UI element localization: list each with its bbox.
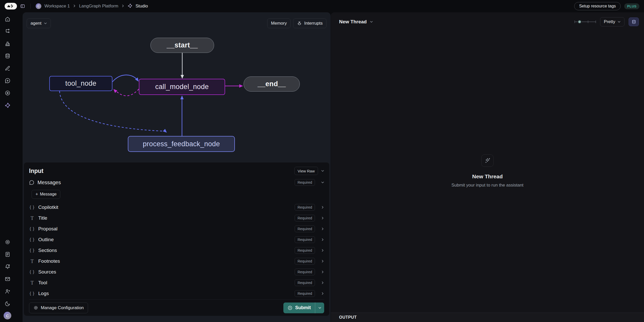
sparkles-icon-box	[481, 154, 494, 167]
database-icon	[631, 19, 636, 24]
braces-icon	[29, 237, 35, 242]
chevron-right-icon[interactable]	[321, 238, 324, 241]
braces-icon	[29, 269, 35, 275]
sidebar-toggle-icon[interactable]	[20, 4, 25, 9]
chevron-right-icon[interactable]	[321, 227, 324, 230]
chevron-right-icon[interactable]	[321, 206, 324, 209]
sidebar-item-monitoring[interactable]	[0, 37, 15, 50]
field-row-title[interactable]: Title Required	[29, 213, 324, 223]
sidebar-item-tracing[interactable]	[0, 25, 15, 37]
graph-node-tool-node[interactable]: tool_node	[49, 76, 112, 91]
add-message-button[interactable]: + Message	[32, 190, 60, 199]
field-row-copilotkit[interactable]: Copilotkit Required	[29, 202, 324, 213]
chevron-down-icon	[318, 306, 321, 309]
sidebar-item-annotation[interactable]	[0, 62, 15, 74]
sidebar-item-settings[interactable]	[0, 236, 15, 248]
field-row-sections[interactable]: Sections Required	[29, 245, 324, 256]
deployments-icon	[5, 102, 11, 108]
field-row-sources[interactable]: Sources Required	[29, 267, 324, 277]
chevron-right-icon[interactable]	[321, 260, 324, 263]
sidebar-item-datasets[interactable]	[0, 50, 15, 62]
breadcrumb-page[interactable]: Studio	[136, 4, 148, 9]
manage-configuration-button[interactable]: Manage Configuration	[29, 303, 88, 313]
topbar-actions: Setup resource tags PLUS	[574, 2, 639, 10]
setup-resource-tags-button[interactable]: Setup resource tags	[574, 2, 621, 10]
required-badge: Required	[295, 290, 315, 297]
breadcrumb-project[interactable]: LangGraph Platform	[79, 4, 118, 9]
required-badge: Required	[295, 236, 315, 243]
studio-graph-icon	[128, 3, 132, 9]
output-section-header[interactable]: OUTPUT	[331, 313, 644, 322]
chevron-down-icon	[618, 20, 621, 23]
play-circle-icon	[287, 305, 293, 310]
sidebar-item-dark-mode[interactable]	[0, 297, 15, 310]
input-title: Input	[29, 168, 294, 174]
input-footer: Manage Configuration Submit	[29, 299, 324, 316]
field-row-footnotes[interactable]: Footnotes Required	[29, 256, 324, 267]
graph-panel: agent Memory Interrupts	[23, 12, 331, 322]
sidebar-item-mail[interactable]	[0, 273, 15, 285]
submit-label: Submit	[295, 305, 311, 310]
interrupts-button-label: Interrupts	[304, 21, 323, 26]
notifications-icon	[5, 264, 11, 270]
gear-icon	[33, 305, 38, 310]
state-view-button[interactable]	[629, 17, 639, 26]
dark-mode-icon	[5, 301, 11, 307]
thread-selector[interactable]: New Thread	[339, 19, 373, 25]
field-row-outline[interactable]: Outline Required	[29, 234, 324, 245]
field-row-tool[interactable]: Tool Required	[29, 277, 324, 288]
sidebar-item-prompts[interactable]	[0, 74, 15, 87]
chevron-down-icon[interactable]	[321, 181, 324, 184]
chevron-right-icon[interactable]	[321, 217, 324, 220]
messages-row[interactable]: Messages Required	[29, 177, 324, 188]
chevron-right-icon	[121, 4, 124, 8]
submit-dropdown-button[interactable]	[315, 303, 324, 313]
slider-knob[interactable]	[578, 20, 582, 24]
required-badge: Required	[295, 204, 315, 211]
langsmith-logo-glyphs	[6, 4, 15, 8]
plus-icon: +	[35, 192, 38, 197]
prompts-icon	[5, 78, 11, 84]
braces-icon	[29, 205, 35, 210]
mail-icon	[5, 276, 11, 282]
thread-panel: New Thread Pretty	[331, 12, 644, 322]
topbar: C Workspace 1 LangGraph Platform Studio …	[0, 0, 644, 12]
chevron-right-icon[interactable]	[321, 292, 324, 295]
graph-node-call-model-node[interactable]: call_model_node	[139, 79, 225, 95]
graph-node-process-feedback-node[interactable]: process_feedback_node	[128, 136, 235, 152]
sidebar-item-notifications[interactable]	[0, 260, 15, 273]
annotation-icon	[5, 65, 11, 71]
zoom-slider[interactable]	[574, 19, 596, 24]
sidebar-item-invite-user[interactable]	[0, 285, 15, 297]
sidebar-item-playground[interactable]	[0, 87, 15, 99]
graph-toolbar-actions: Memory Interrupts	[267, 18, 326, 28]
interrupts-button[interactable]: Interrupts	[293, 18, 326, 28]
datasets-icon	[5, 53, 11, 59]
sidebar-item-home[interactable]	[0, 13, 15, 25]
memory-button[interactable]: Memory	[267, 18, 291, 28]
assistant-selector[interactable]: agent	[27, 18, 51, 28]
render-mode-selector[interactable]: Pretty	[600, 17, 624, 26]
graph-node-end[interactable]: __end__	[244, 76, 300, 92]
graph-node-start[interactable]: __start__	[150, 38, 214, 53]
sparkles-icon	[484, 157, 491, 164]
user-avatar[interactable]: C	[4, 312, 11, 319]
field-row-proposal[interactable]: Proposal Required	[29, 223, 324, 234]
collapse-input-chevron-icon[interactable]	[321, 169, 324, 172]
breadcrumb-workspace[interactable]: Workspace 1	[44, 4, 70, 9]
bug-icon	[297, 21, 302, 26]
chevron-right-icon[interactable]	[321, 270, 324, 274]
home-icon	[5, 16, 11, 22]
field-row-logs[interactable]: Logs Required	[29, 288, 324, 299]
chevron-down-icon	[44, 22, 47, 25]
type-icon	[29, 258, 35, 264]
view-raw-button[interactable]: View Raw	[294, 167, 318, 175]
chevron-right-icon[interactable]	[321, 249, 324, 252]
langsmith-logo[interactable]	[5, 3, 17, 9]
sidebar-item-deployments[interactable]	[0, 99, 15, 111]
sidebar-item-docs[interactable]	[0, 248, 15, 260]
workspace-avatar[interactable]: C	[36, 3, 41, 9]
submit-button[interactable]: Submit	[283, 303, 315, 313]
chevron-right-icon[interactable]	[321, 281, 324, 284]
arrowhead	[180, 95, 184, 99]
